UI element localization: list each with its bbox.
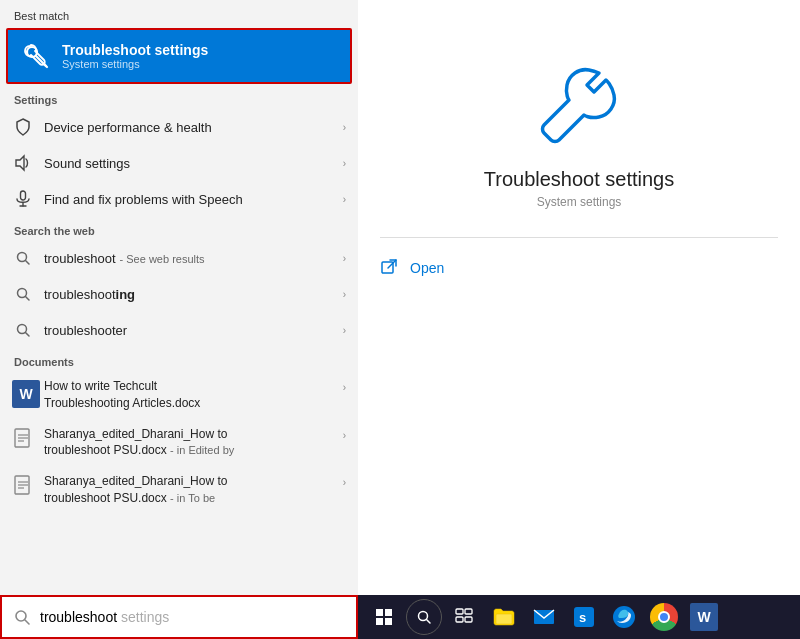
best-match-text: Troubleshoot settings System settings <box>62 42 208 70</box>
doc-file-icon <box>12 428 34 450</box>
search-icon <box>12 247 34 269</box>
word-doc-icon: W <box>12 380 34 402</box>
open-label[interactable]: Open <box>410 260 444 276</box>
svg-rect-4 <box>21 191 26 200</box>
chevron-icon: › <box>343 122 346 133</box>
shield-icon <box>12 116 34 138</box>
settings-item-device-perf[interactable]: Device performance & health › <box>0 109 358 145</box>
document-item-1[interactable]: W How to write Techcult Troubleshooting … <box>0 371 358 419</box>
open-button[interactable]: Open <box>380 252 778 284</box>
detail-title: Troubleshoot settings <box>484 168 674 191</box>
web-troubleshoot-label: troubleshoot- See web results <box>44 251 343 266</box>
best-match-title: Troubleshoot settings <box>62 42 208 58</box>
device-perf-label: Device performance & health <box>44 120 343 135</box>
web-item-troubleshooter[interactable]: troubleshooter › <box>0 312 358 348</box>
svg-line-24 <box>388 260 396 268</box>
taskbar-word[interactable]: W <box>686 599 722 635</box>
svg-rect-31 <box>456 609 463 614</box>
doc1-text: How to write Techcult Troubleshooting Ar… <box>44 378 343 412</box>
document-item-2[interactable]: Sharanya_edited_Dharani_How to troublesh… <box>0 419 358 467</box>
svg-rect-34 <box>465 617 472 622</box>
taskbar-chrome[interactable] <box>646 599 682 635</box>
divider <box>380 237 778 238</box>
svg-rect-25 <box>376 609 383 616</box>
search-results-panel: Best match Troubleshoot settings System … <box>0 0 358 639</box>
taskbar-edge[interactable] <box>606 599 642 635</box>
settings-item-speech[interactable]: Find and fix problems with Speech › <box>0 181 358 217</box>
document-item-3[interactable]: Sharanya_edited_Dharani_How to troublesh… <box>0 466 358 514</box>
chevron-icon: › <box>343 430 346 441</box>
open-icon <box>380 258 400 278</box>
svg-line-12 <box>26 333 30 337</box>
taskbar: s W <box>358 595 800 639</box>
search-bar-icon <box>12 607 32 627</box>
chevron-icon: › <box>343 477 346 488</box>
detail-subtitle: System settings <box>537 195 622 209</box>
svg-line-8 <box>26 261 30 265</box>
search-typed-text: troubleshoot <box>40 609 117 625</box>
web-section-header: Search the web <box>0 217 358 240</box>
doc-file-icon <box>12 475 34 497</box>
svg-rect-33 <box>456 617 463 622</box>
svg-rect-28 <box>385 618 392 625</box>
sound-settings-label: Sound settings <box>44 156 343 171</box>
start-button[interactable] <box>366 599 402 635</box>
chevron-icon: › <box>343 289 346 300</box>
documents-section-header: Documents <box>0 348 358 371</box>
web-troubleshooting-label: troubleshooting <box>44 287 343 302</box>
task-view-button[interactable] <box>446 599 482 635</box>
chevron-icon: › <box>343 382 346 393</box>
large-troubleshoot-icon <box>534 60 624 150</box>
detail-panel: Troubleshoot settings System settings Op… <box>358 0 800 595</box>
svg-text:s: s <box>579 610 586 625</box>
chevron-icon: › <box>343 325 346 336</box>
best-match-label: Best match <box>0 0 358 26</box>
mic-icon <box>12 188 34 210</box>
chevron-icon: › <box>343 194 346 205</box>
svg-rect-35 <box>496 614 512 624</box>
svg-rect-27 <box>376 618 383 625</box>
search-icon <box>12 283 34 305</box>
best-match-subtitle: System settings <box>62 58 208 70</box>
web-item-troubleshooting[interactable]: troubleshooting › <box>0 276 358 312</box>
doc2-text: Sharanya_edited_Dharani_How to troublesh… <box>44 426 343 460</box>
chevron-icon: › <box>343 253 346 264</box>
troubleshoot-icon <box>20 40 52 72</box>
speech-label: Find and fix problems with Speech <box>44 192 343 207</box>
best-match-item[interactable]: Troubleshoot settings System settings <box>6 28 352 84</box>
chevron-icon: › <box>343 158 346 169</box>
settings-section-header: Settings <box>0 86 358 109</box>
search-input[interactable]: troubleshoot settings <box>40 609 346 625</box>
web-item-troubleshoot[interactable]: troubleshoot- See web results › <box>0 240 358 276</box>
taskbar-pinned-apps: s W <box>484 599 794 635</box>
doc3-text: Sharanya_edited_Dharani_How to troublesh… <box>44 473 343 507</box>
search-icon <box>12 319 34 341</box>
svg-rect-26 <box>385 609 392 616</box>
taskbar-store[interactable]: s <box>566 599 602 635</box>
svg-line-22 <box>25 620 29 624</box>
svg-marker-3 <box>16 156 24 170</box>
web-troubleshooter-label: troubleshooter <box>44 323 343 338</box>
search-suggestion-text: settings <box>117 609 169 625</box>
search-bar[interactable]: troubleshoot settings <box>0 595 358 639</box>
taskbar-file-explorer[interactable] <box>486 599 522 635</box>
svg-rect-32 <box>465 609 472 614</box>
sound-icon <box>12 152 34 174</box>
svg-line-10 <box>26 297 30 301</box>
taskbar-mail[interactable] <box>526 599 562 635</box>
settings-item-sound[interactable]: Sound settings › <box>0 145 358 181</box>
svg-line-30 <box>427 620 431 624</box>
taskbar-search-button[interactable] <box>406 599 442 635</box>
